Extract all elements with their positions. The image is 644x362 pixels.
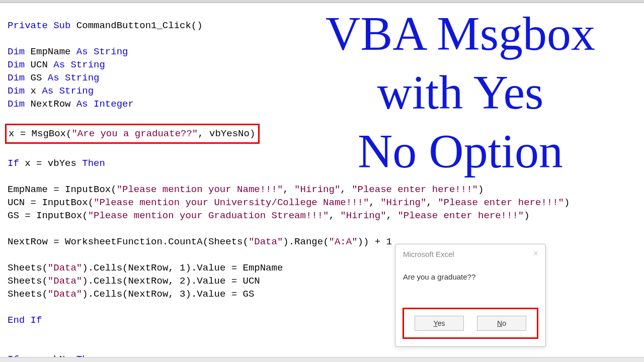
kw-string: String [94,46,128,57]
string-literal: "Hiring" [294,184,340,195]
string-literal: "Data" [48,262,82,274]
kw-as: As [42,85,53,97]
msgbox-text: Are you a graduate?? [395,258,545,281]
kw-string: String [59,85,94,97]
no-rest: o [502,319,506,327]
close-paren: ) [524,210,529,221]
string-literal: "Please mention your University/College … [94,197,369,208]
code-frag: ).Cells(NextRow, [82,276,180,287]
sep: , [283,184,294,195]
code-frag: ).Cells(NextRow, [82,262,180,274]
var-empname: EmpName [25,46,76,57]
sep: , [386,210,398,221]
code-frag: Sheets( [8,289,48,300]
yes-button[interactable]: Yes [415,316,464,331]
code-frag: )) + 1 [358,236,392,247]
var-nextrow: NextRow [25,99,76,110]
yes-rest: es [438,319,445,327]
close-paren: ) [564,197,570,208]
kw-string: String [65,72,99,83]
kw-as: As [76,99,88,110]
kw-if: If [8,158,19,169]
var-ucn: UCN [25,59,53,70]
kw-dim: Dim [8,99,25,110]
kw-integer: Integer [94,99,134,110]
code-frag: GS = InputBox( [8,210,88,221]
sep: , [426,197,438,208]
msgbox-title: Microsoft Excel [395,244,545,258]
kw-endif: End If [8,315,42,326]
msgbox-dialog[interactable]: Microsoft Excel × Are you a graduate?? Y… [395,244,546,347]
code-frag: NextRow = WorksheetFunction.CountA(Sheet… [8,236,249,247]
close-paren: ) [478,184,484,195]
yes-mnemonic: Y [434,319,438,327]
code-pane: Private Sub CommandButton1_Click() Dim E… [8,3,644,362]
string-literal: "Hiring" [340,210,386,221]
sub-name: CommandButton1_Click() [70,20,202,31]
string-literal: "Data" [48,276,82,287]
code-frag: UCN = InputBox( [8,197,94,208]
string-literal: "Are you a graduate??" [71,128,198,139]
code-frag: Sheets( [8,276,48,287]
code-frag: 1).Value = EmpName [180,262,283,274]
kw-dim: Dim [8,46,25,57]
no-button[interactable]: No [477,316,526,331]
sep: , [329,210,341,221]
string-literal: "Please enter here!!!" [438,197,564,208]
var-x: x [25,85,42,97]
sep: , [340,184,352,195]
kw-dim: Dim [8,59,25,70]
string-literal: "Data" [249,236,283,247]
var-gs: GS [25,72,48,83]
code-frag: Sheets( [8,262,48,274]
sep: , [369,197,380,208]
kw-dim: Dim [8,85,25,97]
code-frag: , vbYesNo) [198,128,255,139]
string-literal: "Hiring" [380,197,426,208]
string-literal: "Data" [48,289,82,300]
cond-vbyes: x = vbYes [19,158,82,169]
code-frag: 3).Value = GS [180,289,254,300]
string-literal: "Please mention your Name!!!" [117,184,283,195]
kw-string: String [70,59,105,70]
code-frag: x = MsgBox( [9,128,71,139]
kw-as: As [76,46,88,57]
code-frag: 2).Value = UCN [180,276,260,287]
code-frag: ).Cells(NextRow, [82,289,180,300]
code-frag: ).Range( [283,236,329,247]
kw-as: As [48,72,59,83]
window-botbar [0,357,644,362]
kw-as: As [53,59,65,70]
kw-dim: Dim [8,72,25,83]
string-literal: "Please enter here!!!" [397,210,524,221]
string-literal: "Please enter here!!!" [352,184,478,195]
close-icon[interactable]: × [533,250,538,257]
highlighted-msgbox-line: x = MsgBox("Are you a graduate??", vbYes… [5,124,260,144]
code-frag: EmpName = InputBox( [8,184,117,195]
kw-private-sub: Private Sub [8,20,70,31]
no-mnemonic: N [497,319,502,327]
kw-then: Then [82,158,105,169]
string-literal: "Please mention your Graduation Stream!!… [88,210,329,221]
msgbox-button-row: Yes No [403,308,538,339]
string-literal: "A:A" [329,236,358,247]
